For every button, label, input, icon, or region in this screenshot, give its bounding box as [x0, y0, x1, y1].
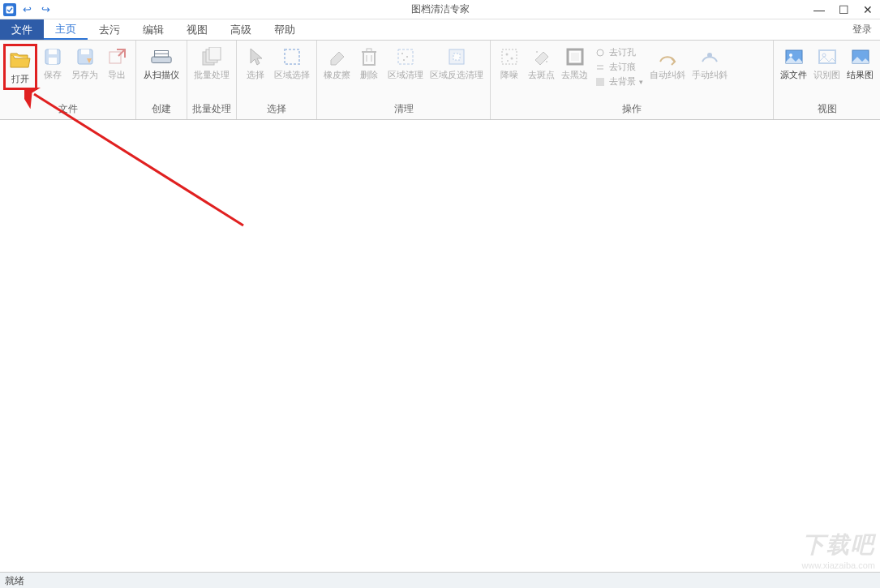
save-button[interactable]: 保存 — [37, 44, 68, 82]
batch-button[interactable]: 批量处理 — [191, 44, 233, 82]
recognized-image-button[interactable]: 识别图 — [810, 44, 844, 82]
manual-deskew-button[interactable]: 手动纠斜 — [689, 44, 731, 82]
area-invert-icon — [445, 45, 468, 68]
area-invert-clean-button[interactable]: 区域反选清理 — [427, 44, 487, 82]
auto-deskew-button[interactable]: 自动纠斜 — [646, 44, 689, 82]
titlebar: ↩ ↪ 图档清洁专家 — ☐ ✕ — [0, 0, 880, 19]
image-result-icon — [849, 45, 872, 68]
eraser-icon — [326, 45, 349, 68]
svg-rect-32 — [571, 53, 579, 61]
menu-view[interactable]: 视图 — [175, 19, 219, 40]
svg-point-29 — [536, 51, 538, 53]
remove-staples-button[interactable]: 去订痕 — [591, 60, 646, 74]
eraser-button[interactable]: 橡皮擦 — [320, 44, 354, 82]
svg-rect-12 — [209, 47, 221, 60]
svg-rect-3 — [49, 58, 57, 64]
area-clean-button[interactable]: 区域清理 — [384, 44, 427, 82]
remove-black-edge-button[interactable]: 去黑边 — [558, 44, 591, 82]
auto-deskew-icon — [656, 45, 679, 68]
svg-point-20 — [401, 53, 403, 54]
svg-point-37 — [789, 54, 792, 57]
group-label-select: 选择 — [237, 101, 316, 119]
trash-icon — [358, 45, 380, 68]
menu-file[interactable]: 文件 — [0, 19, 44, 40]
menu-advanced[interactable]: 高级 — [219, 19, 263, 40]
group-label-clean: 清理 — [317, 101, 490, 119]
svg-point-21 — [406, 56, 408, 58]
menu-home[interactable]: 主页 — [44, 19, 88, 40]
remove-holes-button[interactable]: 去订孔 — [591, 45, 646, 59]
menu-help[interactable]: 帮助 — [263, 19, 307, 40]
save-icon — [41, 45, 64, 68]
svg-rect-25 — [502, 49, 517, 64]
denoise-icon — [498, 45, 521, 68]
saveas-button[interactable]: 另存为 — [68, 44, 101, 82]
despeckle-icon — [530, 45, 553, 68]
svg-point-27 — [511, 58, 513, 60]
ribbon-group-batch: 批量处理 批量处理 — [187, 41, 237, 119]
login-link[interactable]: 登录 — [844, 19, 880, 40]
group-label-operate: 操作 — [491, 101, 773, 119]
svg-point-26 — [506, 54, 509, 56]
marquee-icon — [281, 45, 303, 68]
folder-open-icon — [9, 49, 32, 72]
svg-rect-7 — [152, 57, 171, 62]
group-label-create: 创建 — [136, 101, 187, 119]
delete-button[interactable]: 删除 — [354, 44, 384, 82]
svg-point-28 — [507, 60, 509, 62]
ribbon-group-select: 选择 区域选择 选择 — [237, 41, 317, 119]
export-button[interactable]: 导出 — [101, 44, 132, 82]
workspace — [0, 120, 880, 572]
menu-edit[interactable]: 编辑 — [131, 19, 175, 40]
menu-clean[interactable]: 去污 — [88, 19, 131, 40]
from-scanner-button[interactable]: 从扫描仪 — [140, 44, 183, 82]
svg-rect-38 — [819, 50, 835, 63]
close-button[interactable]: ✕ — [856, 0, 880, 19]
menubar: 文件 主页 去污 编辑 视图 高级 帮助 登录 — [0, 19, 880, 41]
qat-undo-icon[interactable]: ↩ — [19, 3, 35, 15]
svg-rect-0 — [6, 6, 14, 13]
staples-icon — [595, 62, 606, 73]
window-title: 图档清洁专家 — [411, 2, 470, 16]
svg-rect-24 — [453, 54, 460, 60]
svg-rect-34 — [596, 78, 604, 86]
select-button[interactable]: 选择 — [240, 44, 271, 82]
svg-rect-2 — [49, 49, 57, 54]
export-icon — [105, 45, 128, 68]
area-clean-icon — [394, 45, 417, 68]
source-image-button[interactable]: 源文件 — [777, 44, 810, 82]
qat-redo-icon[interactable]: ↪ — [38, 3, 54, 15]
svg-point-22 — [403, 59, 405, 61]
denoise-button[interactable]: 降噪 — [494, 44, 525, 82]
svg-rect-6 — [109, 52, 121, 63]
result-image-button[interactable]: 结果图 — [844, 44, 877, 82]
area-select-button[interactable]: 区域选择 — [271, 44, 313, 82]
open-button[interactable]: 打开 — [3, 44, 37, 90]
holes-icon — [595, 47, 606, 58]
saveas-icon — [74, 45, 97, 68]
svg-rect-5 — [81, 49, 89, 54]
svg-rect-14 — [363, 52, 375, 65]
image-icon — [783, 45, 805, 68]
pointer-icon — [244, 45, 267, 68]
image-outline-icon — [816, 45, 839, 68]
minimize-button[interactable]: — — [807, 0, 831, 19]
status-text: 就绪 — [5, 575, 24, 586]
remove-bg-button[interactable]: 去背景 ▾ — [591, 75, 646, 88]
ribbon-group-clean: 橡皮擦 删除 区域清理 区域反选清理 清理 — [317, 41, 491, 119]
small-operations: 去订孔 去订痕 去背景 ▾ — [591, 44, 646, 88]
group-label-file: 文件 — [0, 101, 135, 119]
manual-deskew-icon — [698, 45, 721, 68]
black-edge-icon — [564, 45, 586, 68]
svg-point-33 — [597, 49, 603, 56]
svg-rect-19 — [398, 49, 413, 64]
ribbon-group-create: 从扫描仪 创建 — [136, 41, 187, 119]
batch-icon — [200, 45, 223, 68]
group-label-view: 视图 — [774, 101, 880, 119]
despeckle-button[interactable]: 去斑点 — [525, 44, 558, 82]
ribbon-group-view: 源文件 识别图 结果图 视图 — [774, 41, 880, 119]
bg-icon — [595, 76, 606, 88]
svg-rect-13 — [285, 49, 299, 64]
maximize-button[interactable]: ☐ — [831, 0, 856, 19]
scanner-icon — [150, 45, 173, 68]
